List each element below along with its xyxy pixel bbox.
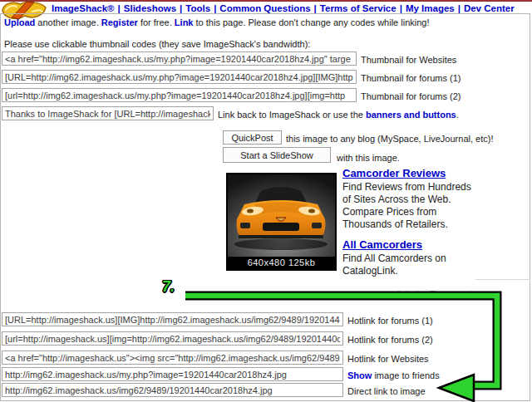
quickpost-text: this image to any blog (MySpace, LiveJou… <box>286 134 493 144</box>
start-slideshow-button[interactable]: Start a SlideShow <box>223 147 331 163</box>
nav-item-imageshack[interactable]: ImageShack® <box>52 3 115 13</box>
thumbnail-codes-heading: Please use clickable thumbnail codes (th… <box>4 39 310 49</box>
top-navigation: ImageShack®|Slideshows|Tools|Common Ques… <box>52 3 515 13</box>
step-number-annotation: 7. <box>162 278 175 296</box>
nav-separator: | <box>214 3 216 13</box>
nav-item-tools[interactable]: Tools <box>185 3 210 13</box>
ad-text: Find Reviews from Hundreds of Sites Acro… <box>342 181 480 231</box>
image-size-caption: 640x480 125kb <box>228 257 335 269</box>
show-image-code-input[interactable] <box>2 367 343 381</box>
linkback-code-input[interactable] <box>2 106 214 120</box>
ad-link-camcorder-reviews[interactable]: Camcorder Reviews <box>342 167 446 179</box>
nav-separator: | <box>400 3 402 13</box>
thumbnail-forums2-code-input[interactable] <box>2 88 357 102</box>
quickpost-button[interactable]: QuickPost <box>223 130 282 145</box>
thumbnail-websites-code-input[interactable] <box>2 51 357 66</box>
hotlink-websites-code-input[interactable] <box>2 351 343 365</box>
thumbnail-forums1-label: Thumbnail for forums (1) <box>361 73 461 83</box>
thumbnail-websites-label: Thumbnail for Websites <box>361 55 456 65</box>
show-link[interactable]: Show <box>347 370 372 380</box>
show-image-label: Show image to friends <box>347 370 440 380</box>
imageshack-results-page: ImageShack®|Slideshows|Tools|Common Ques… <box>0 0 532 402</box>
top-accent-line <box>0 0 532 2</box>
nav-item-slideshows[interactable]: Slideshows <box>124 3 176 13</box>
nav-item-my-images[interactable]: My Images <box>406 3 455 13</box>
link-to-page-link[interactable]: Link <box>175 17 194 27</box>
nav-separator: | <box>314 3 317 13</box>
uploaded-image-thumbnail[interactable]: 640x480 125kb <box>226 173 337 271</box>
thumbnail-forums1-code-input[interactable] <box>2 70 357 84</box>
car-photo <box>228 174 335 257</box>
hotlink-forums2-label: Hotlink for forums (2) <box>347 335 433 345</box>
nav-item-dev-center[interactable]: Dev Center <box>464 3 515 13</box>
intro-text: another image. <box>37 17 98 27</box>
divider-line <box>475 279 530 280</box>
nav-item-common-questions[interactable]: Common Questions <box>219 3 310 13</box>
nav-separator: | <box>118 3 121 13</box>
ad-link-all-camcorders[interactable]: All Camcorders <box>342 238 422 251</box>
nav-item-terms-of-service[interactable]: Terms of Service <box>320 3 397 13</box>
intro-text: to this page. Please don't change any co… <box>196 17 430 27</box>
direct-link-label: Direct link to image <box>347 386 426 396</box>
ads-by-targetpoint: Ads by Targetpoint <box>342 289 480 299</box>
slideshow-text: with this image. <box>337 153 400 163</box>
hotlink-forums2-code-input[interactable] <box>2 331 343 346</box>
register-link[interactable]: Register <box>101 17 138 27</box>
hotlink-websites-label: Hotlink for Websites <box>347 354 429 364</box>
hotlink-forums1-code-input[interactable] <box>2 312 343 326</box>
ad-block: Camcorder Reviews Find Reviews from Hund… <box>342 167 480 299</box>
nav-separator: | <box>458 3 461 13</box>
ad-text: Find All Camcorders on CatalogLink. <box>342 252 480 277</box>
banners-and-buttons-link[interactable]: banners and buttons <box>366 110 456 120</box>
upload-link[interactable]: Upload <box>4 17 35 27</box>
linkback-label: Link back to ImageShack or use the banne… <box>218 110 459 120</box>
thumbnail-forums2-label: Thumbnail for forums (2) <box>361 91 461 101</box>
hotlink-forums1-label: Hotlink for forums (1) <box>347 316 433 326</box>
intro-text: for free. <box>140 17 172 27</box>
direct-link-code-input[interactable] <box>2 383 343 397</box>
nav-separator: | <box>180 3 182 13</box>
intro-line: Upload another image. Register for free.… <box>4 17 430 27</box>
